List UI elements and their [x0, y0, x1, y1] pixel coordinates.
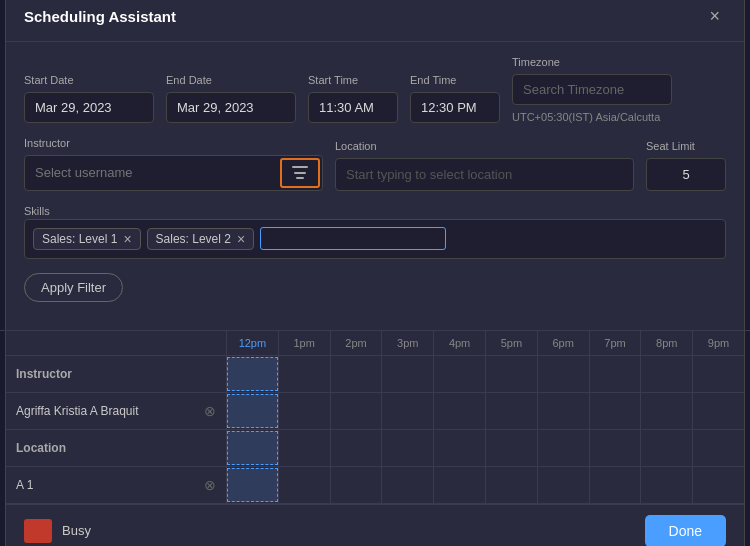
end-time-input[interactable] — [410, 92, 500, 123]
location-input[interactable] — [335, 158, 634, 191]
instructor-input[interactable] — [25, 157, 278, 188]
remove-row-1[interactable]: ⊗ — [204, 403, 216, 419]
schedule-cell-1-7[interactable] — [589, 393, 641, 429]
end-date-input[interactable] — [166, 92, 296, 123]
schedule-cell-3-5[interactable] — [485, 467, 537, 503]
schedule-cell-1-6[interactable] — [537, 393, 589, 429]
skill-tag-0: Sales: Level 1 × — [33, 228, 141, 250]
start-date-label: Start Date — [24, 74, 154, 86]
instructor-location-row: Instructor Location Seat — [24, 137, 726, 191]
schedule-cell-1-5[interactable] — [485, 393, 537, 429]
close-button[interactable]: × — [703, 4, 726, 29]
svg-rect-0 — [292, 166, 308, 168]
instructor-filter-button[interactable] — [280, 158, 320, 188]
schedule-cells-3 — [226, 467, 744, 503]
apply-filter-button[interactable]: Apply Filter — [24, 273, 123, 302]
schedule-rows: InstructorAgriffa Kristia A Braquit⊗Loca… — [6, 356, 744, 504]
schedule-cell-0-4[interactable] — [433, 356, 485, 392]
start-time-input[interactable] — [308, 92, 398, 123]
time-header-row: 12pm1pm2pm3pm4pm5pm6pm7pm8pm9pm — [6, 331, 744, 356]
busy-label: Busy — [62, 523, 91, 538]
svg-rect-1 — [294, 172, 306, 174]
schedule-cell-0-5[interactable] — [485, 356, 537, 392]
schedule-cell-2-9[interactable] — [692, 430, 744, 466]
schedule-cell-2-2[interactable] — [330, 430, 382, 466]
location-label: Location — [335, 140, 634, 152]
selected-range-2 — [227, 431, 278, 465]
schedule-grid: 12pm1pm2pm3pm4pm5pm6pm7pm8pm9pm Instruct… — [6, 331, 744, 504]
time-header-5pm: 5pm — [485, 331, 537, 355]
seat-limit-input[interactable] — [646, 158, 726, 191]
schedule-cell-1-4[interactable] — [433, 393, 485, 429]
schedule-cell-3-8[interactable] — [640, 467, 692, 503]
schedule-cell-2-3[interactable] — [381, 430, 433, 466]
schedule-cell-0-2[interactable] — [330, 356, 382, 392]
seat-limit-label: Seat Limit — [646, 140, 726, 152]
location-group: Location — [335, 140, 634, 191]
remove-row-3[interactable]: ⊗ — [204, 477, 216, 493]
schedule-cells-1 — [226, 393, 744, 429]
schedule-cell-3-0[interactable] — [226, 467, 278, 503]
schedule-cell-1-2[interactable] — [330, 393, 382, 429]
schedule-row-label-2: Location — [6, 433, 226, 463]
schedule-row-name-2: Location — [16, 441, 66, 455]
skills-wrap: Sales: Level 1 × Sales: Level 2 × — [24, 219, 726, 259]
schedule-cell-3-7[interactable] — [589, 467, 641, 503]
time-header-2pm: 2pm — [330, 331, 382, 355]
skills-input[interactable] — [260, 227, 446, 250]
schedule-cell-3-2[interactable] — [330, 467, 382, 503]
schedule-cell-2-7[interactable] — [589, 430, 641, 466]
start-time-label: Start Time — [308, 74, 398, 86]
schedule-cell-1-8[interactable] — [640, 393, 692, 429]
schedule-cell-1-3[interactable] — [381, 393, 433, 429]
schedule-cell-3-1[interactable] — [278, 467, 330, 503]
skill-remove-1[interactable]: × — [237, 232, 245, 246]
schedule-cell-0-0[interactable] — [226, 356, 278, 392]
schedule-cell-1-9[interactable] — [692, 393, 744, 429]
filter-icon — [292, 166, 308, 180]
time-cols-header: 12pm1pm2pm3pm4pm5pm6pm7pm8pm9pm — [226, 331, 744, 355]
schedule-cell-2-1[interactable] — [278, 430, 330, 466]
schedule-cell-1-1[interactable] — [278, 393, 330, 429]
schedule-cell-0-7[interactable] — [589, 356, 641, 392]
schedule-cell-3-6[interactable] — [537, 467, 589, 503]
done-button[interactable]: Done — [645, 515, 726, 547]
time-header-8pm: 8pm — [640, 331, 692, 355]
schedule-cell-2-8[interactable] — [640, 430, 692, 466]
schedule-cell-1-0[interactable] — [226, 393, 278, 429]
modal-footer: Busy Done — [6, 504, 744, 547]
modal-body: Start Date End Date Start Time End Time … — [6, 42, 744, 330]
skills-section: Skills Sales: Level 1 × Sales: Level 2 × — [24, 205, 726, 259]
schedule-cell-0-8[interactable] — [640, 356, 692, 392]
instructor-label: Instructor — [24, 137, 323, 149]
schedule-cell-3-4[interactable] — [433, 467, 485, 503]
schedule-cell-0-1[interactable] — [278, 356, 330, 392]
schedule-cell-0-3[interactable] — [381, 356, 433, 392]
busy-color-swatch — [24, 519, 52, 543]
modal-title: Scheduling Assistant — [24, 8, 176, 25]
svg-rect-2 — [296, 177, 304, 179]
schedule-row-name-0: Instructor — [16, 367, 72, 381]
modal-header: Scheduling Assistant × — [6, 0, 744, 42]
schedule-row-2: Location — [6, 430, 744, 467]
timezone-note: UTC+05:30(IST) Asia/Calcutta — [512, 111, 672, 123]
schedule-row-label-1: Agriffa Kristia A Braquit⊗ — [6, 395, 226, 427]
schedule-cells-2 — [226, 430, 744, 466]
timezone-input[interactable] — [512, 74, 672, 105]
schedule-cell-2-0[interactable] — [226, 430, 278, 466]
schedule-cell-0-9[interactable] — [692, 356, 744, 392]
schedule-cell-2-4[interactable] — [433, 430, 485, 466]
end-date-group: End Date — [166, 74, 296, 123]
schedule-cell-2-5[interactable] — [485, 430, 537, 466]
time-header-7pm: 7pm — [589, 331, 641, 355]
selected-range-3 — [227, 468, 278, 502]
time-header-12pm: 12pm — [226, 331, 278, 355]
start-time-group: Start Time — [308, 74, 398, 123]
start-date-input[interactable] — [24, 92, 154, 123]
schedule-cell-0-6[interactable] — [537, 356, 589, 392]
schedule-cell-3-3[interactable] — [381, 467, 433, 503]
schedule-cell-3-9[interactable] — [692, 467, 744, 503]
skill-remove-0[interactable]: × — [123, 232, 131, 246]
schedule-cell-2-6[interactable] — [537, 430, 589, 466]
schedule-cells-0 — [226, 356, 744, 392]
